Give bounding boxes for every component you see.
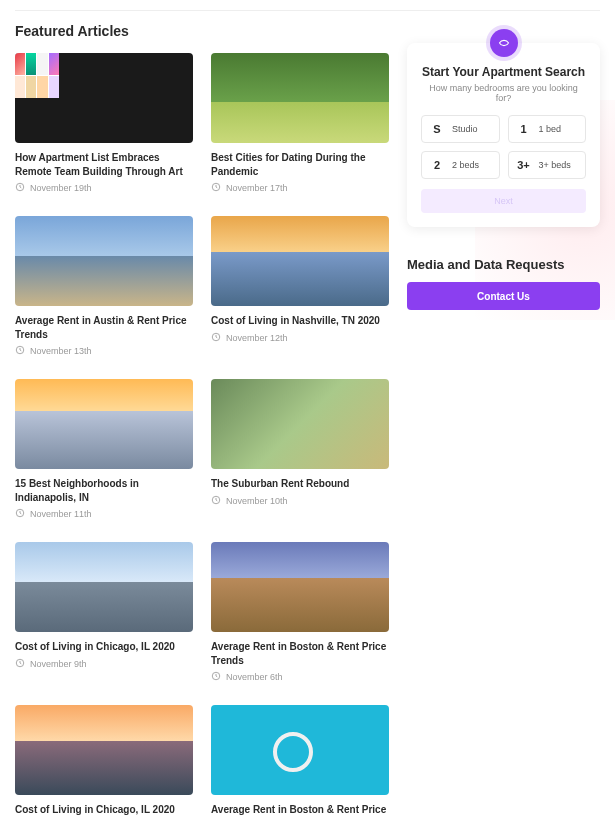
article-meta: November 17th xyxy=(211,182,389,194)
search-subtitle: How many bedrooms are you looking for? xyxy=(421,83,586,103)
article-card[interactable]: Cost of Living in Chicago, IL 2020 xyxy=(15,705,193,819)
article-title: Cost of Living in Chicago, IL 2020 xyxy=(15,640,193,654)
article-date: November 11th xyxy=(30,509,92,519)
article-card[interactable]: The Suburban Rent ReboundNovember 10th xyxy=(211,379,389,520)
article-thumbnail xyxy=(211,53,389,143)
article-card[interactable]: 15 Best Neighborhoods in Indianapolis, I… xyxy=(15,379,193,520)
article-thumbnail xyxy=(15,542,193,632)
article-title: Average Rent in Boston & Rent Price Tren… xyxy=(211,640,389,667)
article-date: November 12th xyxy=(226,333,288,343)
article-date: November 9th xyxy=(30,659,87,669)
option-key: 1 xyxy=(517,123,531,135)
option-key: 2 xyxy=(430,159,444,171)
brand-badge-icon xyxy=(490,29,518,57)
articles-grid: How Apartment List Embraces Remote Team … xyxy=(15,53,389,819)
article-card[interactable]: How Apartment List Embraces Remote Team … xyxy=(15,53,193,194)
article-meta: November 10th xyxy=(211,495,389,507)
article-thumbnail xyxy=(15,705,193,795)
article-title: 15 Best Neighborhoods in Indianapolis, I… xyxy=(15,477,193,504)
clock-icon xyxy=(15,658,25,670)
clock-icon xyxy=(15,345,25,357)
article-date: November 13th xyxy=(30,346,92,356)
article-meta: November 6th xyxy=(211,671,389,683)
article-card[interactable]: Best Cities for Dating During the Pandem… xyxy=(211,53,389,194)
option-label: 3+ beds xyxy=(539,160,571,170)
article-date: November 19th xyxy=(30,183,92,193)
section-title: Featured Articles xyxy=(15,23,389,39)
bedroom-option[interactable]: SStudio xyxy=(421,115,500,143)
article-meta: November 11th xyxy=(15,508,193,520)
clock-icon xyxy=(15,508,25,520)
article-card[interactable]: Average Rent in Boston & Rent Price Tren… xyxy=(211,542,389,683)
article-meta: November 19th xyxy=(15,182,193,194)
article-card[interactable]: Cost of Living in Chicago, IL 2020Novemb… xyxy=(15,542,193,683)
option-label: 2 beds xyxy=(452,160,479,170)
article-thumbnail xyxy=(211,216,389,306)
clock-icon xyxy=(211,182,221,194)
article-thumbnail xyxy=(15,216,193,306)
article-title: The Suburban Rent Rebound xyxy=(211,477,389,491)
article-thumbnail xyxy=(15,379,193,469)
contact-us-button[interactable]: Contact Us xyxy=(407,282,600,310)
article-card[interactable]: Cost of Living in Nashville, TN 2020Nove… xyxy=(211,216,389,357)
bedroom-option[interactable]: 3+3+ beds xyxy=(508,151,587,179)
bedroom-option[interactable]: 11 bed xyxy=(508,115,587,143)
article-meta: November 12th xyxy=(211,332,389,344)
clock-icon xyxy=(211,671,221,683)
article-card[interactable]: Average Rent in Austin & Rent Price Tren… xyxy=(15,216,193,357)
article-meta: November 9th xyxy=(15,658,193,670)
option-label: 1 bed xyxy=(539,124,562,134)
article-thumbnail xyxy=(211,542,389,632)
article-meta: November 13th xyxy=(15,345,193,357)
article-date: November 10th xyxy=(226,496,288,506)
search-card: Start Your Apartment Search How many bed… xyxy=(407,43,600,227)
clock-icon xyxy=(211,495,221,507)
article-title: Cost of Living in Nashville, TN 2020 xyxy=(211,314,389,328)
article-title: Best Cities for Dating During the Pandem… xyxy=(211,151,389,178)
article-thumbnail xyxy=(15,53,193,143)
search-title: Start Your Apartment Search xyxy=(421,65,586,79)
article-title: Average Rent in Austin & Rent Price Tren… xyxy=(15,314,193,341)
clock-icon xyxy=(211,332,221,344)
article-date: November 17th xyxy=(226,183,288,193)
next-button[interactable]: Next xyxy=(421,189,586,213)
article-card[interactable]: Average Rent in Boston & Rent Price Tren… xyxy=(211,705,389,819)
option-label: Studio xyxy=(452,124,478,134)
article-title: How Apartment List Embraces Remote Team … xyxy=(15,151,193,178)
option-key: 3+ xyxy=(517,159,531,171)
media-requests-title: Media and Data Requests xyxy=(407,257,600,272)
option-key: S xyxy=(430,123,444,135)
article-title: Cost of Living in Chicago, IL 2020 xyxy=(15,803,193,817)
clock-icon xyxy=(15,182,25,194)
bedroom-options: SStudio11 bed22 beds3+3+ beds xyxy=(421,115,586,179)
article-date: November 6th xyxy=(226,672,283,682)
bedroom-option[interactable]: 22 beds xyxy=(421,151,500,179)
article-title: Average Rent in Boston & Rent Price Tren… xyxy=(211,803,389,819)
article-thumbnail xyxy=(211,705,389,795)
article-thumbnail xyxy=(211,379,389,469)
